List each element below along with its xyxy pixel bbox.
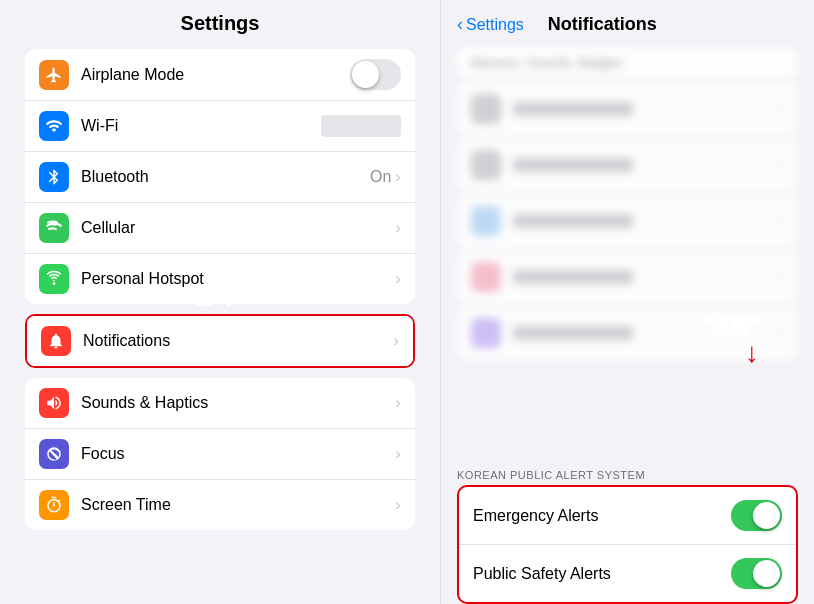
screen-time-right: › <box>395 495 401 515</box>
airplane-mode-toggle[interactable] <box>350 59 401 90</box>
cellular-right: › <box>395 218 401 238</box>
focus-icon <box>39 439 69 469</box>
settings-row-airplane-mode[interactable]: Airplane Mode <box>25 49 415 101</box>
public-safety-alerts-row[interactable]: Public Safety Alerts <box>459 545 796 602</box>
hotspot-chevron: › <box>395 269 401 289</box>
wifi-value-box <box>321 115 401 137</box>
cellular-chevron: › <box>395 218 401 238</box>
sounds-chevron: › <box>395 393 401 413</box>
focus-chevron: › <box>395 444 401 464</box>
settings-group-3: Sounds & Haptics › Focus › Screen Time › <box>25 378 415 530</box>
back-button[interactable]: ‹ Settings <box>457 14 524 35</box>
notifications-chevron: › <box>393 331 399 351</box>
settings-row-bluetooth[interactable]: Bluetooth On › <box>25 152 415 203</box>
right-panel: ‹ Settings Notifications Banners, Sounds… <box>440 0 814 604</box>
bluetooth-icon <box>39 162 69 192</box>
wifi-label: Wi-Fi <box>81 117 321 135</box>
blurred-row-3: › <box>457 194 798 248</box>
notifications-icon <box>41 326 71 356</box>
left-panel: Settings Airplane Mode Wi-Fi <box>0 0 440 604</box>
sounds-label: Sounds & Haptics <box>81 394 395 412</box>
emergency-alerts-toggle[interactable] <box>731 500 782 531</box>
bluetooth-chevron: › <box>395 167 401 187</box>
cellular-icon <box>39 213 69 243</box>
public-safety-alerts-label: Public Safety Alerts <box>473 565 611 583</box>
wifi-icon <box>39 111 69 141</box>
section-label: KOREAN PUBLIC ALERT SYSTEM <box>441 463 814 485</box>
back-label: Settings <box>466 16 524 34</box>
click-annotation: "클릭" <box>185 284 242 308</box>
focus-right: › <box>395 444 401 464</box>
public-safety-alerts-toggle[interactable] <box>731 558 782 589</box>
notifications-label: Notifications <box>83 332 393 350</box>
sounds-icon <box>39 388 69 418</box>
settings-row-focus[interactable]: Focus › <box>25 429 415 480</box>
settings-row-wifi[interactable]: Wi-Fi <box>25 101 415 152</box>
settings-row-screen-time[interactable]: Screen Time › <box>25 480 415 530</box>
bluetooth-value: On <box>370 168 391 186</box>
airplane-mode-icon <box>39 60 69 90</box>
emergency-alerts-row[interactable]: Emergency Alerts <box>459 487 796 545</box>
right-content: Banners, Sounds, Badges › › <box>441 43 814 604</box>
wifi-right <box>321 115 401 137</box>
bluetooth-label: Bluetooth <box>81 168 370 186</box>
notifications-highlight-box: Notifications › <box>25 314 415 368</box>
right-panel-title: Notifications <box>548 14 657 35</box>
notifications-right: › <box>393 331 399 351</box>
hotspot-right: › <box>395 269 401 289</box>
airplane-mode-label: Airplane Mode <box>81 66 350 84</box>
right-down-arrow: ↓ <box>745 339 759 367</box>
settings-annotation: "설정" <box>702 313 759 337</box>
emergency-alerts-label: Emergency Alerts <box>473 507 598 525</box>
blurred-row-1: › <box>457 82 798 136</box>
bluetooth-right: On › <box>370 167 401 187</box>
back-chevron: ‹ <box>457 14 463 35</box>
right-annotation-area: "설정" ↓ <box>702 313 759 367</box>
cellular-label: Cellular <box>81 219 395 237</box>
screen-time-icon <box>39 490 69 520</box>
blurred-row-2: › <box>457 138 798 192</box>
screen-time-chevron: › <box>395 495 401 515</box>
bottom-section: KOREAN PUBLIC ALERT SYSTEM Emergency Ale… <box>441 463 814 604</box>
left-panel-title: Settings <box>181 12 260 35</box>
sounds-right: › <box>395 393 401 413</box>
settings-row-notifications[interactable]: Notifications › <box>27 316 413 366</box>
blurred-row-4: › <box>457 250 798 304</box>
settings-row-sounds[interactable]: Sounds & Haptics › <box>25 378 415 429</box>
hotspot-icon <box>39 264 69 294</box>
alert-group: Emergency Alerts Public Safety Alerts <box>457 485 798 604</box>
airplane-mode-right <box>350 59 401 90</box>
focus-label: Focus <box>81 445 395 463</box>
settings-group-1: Airplane Mode Wi-Fi Bluetooth On › <box>25 49 415 304</box>
right-header: ‹ Settings Notifications <box>441 0 814 43</box>
blurred-subheader: Banners, Sounds, Badges <box>457 47 798 78</box>
screen-time-label: Screen Time <box>81 496 395 514</box>
settings-row-cellular[interactable]: Cellular › <box>25 203 415 254</box>
